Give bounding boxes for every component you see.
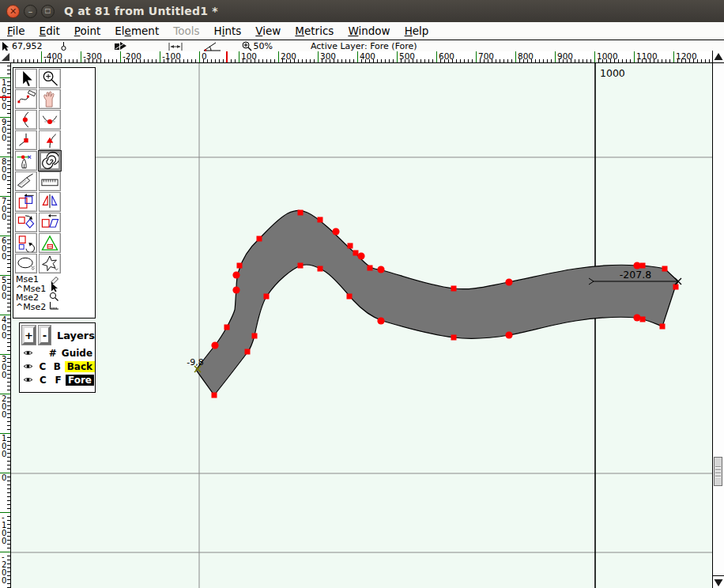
glyph-point-circle[interactable] <box>377 266 384 273</box>
tool-curve[interactable] <box>15 110 37 130</box>
menu-help[interactable]: Help <box>398 23 436 39</box>
glyph-point-square[interactable] <box>224 325 230 330</box>
glyph-point-square[interactable] <box>264 294 270 300</box>
maximize-button[interactable]: □ <box>41 5 55 18</box>
tool-hand[interactable] <box>39 89 61 109</box>
tool-ellipse[interactable] <box>15 254 37 273</box>
glyph-point-circle[interactable] <box>505 331 512 338</box>
glyph-point-square[interactable] <box>298 210 304 216</box>
glyph-point-square[interactable] <box>318 217 323 223</box>
tool-flip[interactable] <box>39 192 61 212</box>
glyph-point-square[interactable] <box>662 266 668 272</box>
tool-corner[interactable] <box>15 130 37 150</box>
layer-visibility-toggle[interactable] <box>23 348 34 359</box>
tool-scale[interactable] <box>15 192 37 212</box>
tool-ruler[interactable] <box>39 172 61 191</box>
scrollbar-track[interactable] <box>713 63 724 575</box>
glyph-outline[interactable] <box>196 210 678 395</box>
add-layer-button[interactable]: + <box>22 326 36 345</box>
ruler-tick <box>7 85 10 86</box>
tool-spiro[interactable] <box>39 151 61 171</box>
glyph-point-square[interactable] <box>245 349 251 355</box>
ruler-label: 700 <box>478 51 494 61</box>
tool-pointer[interactable] <box>15 69 37 89</box>
tool-skew[interactable] <box>39 213 61 232</box>
glyph-point-square[interactable] <box>298 263 304 269</box>
layer-visibility-toggle[interactable] <box>23 361 36 372</box>
glyph-point-square[interactable] <box>318 266 323 272</box>
ruler-label: -200 <box>2 553 6 585</box>
glyph-point-square[interactable] <box>451 286 457 292</box>
layer-name[interactable]: Back <box>65 361 95 372</box>
menu-metrics[interactable]: Metrics <box>288 23 341 39</box>
ruler-tick <box>7 322 10 323</box>
ruler-label: -100 <box>162 51 181 61</box>
glyph-point-square[interactable] <box>660 324 666 330</box>
ruler-tick <box>302 59 303 62</box>
glyph-point-square[interactable] <box>347 294 353 300</box>
tool-hvcurve[interactable] <box>39 110 61 130</box>
selection-info-icon <box>115 42 127 51</box>
glyph-point-square[interactable] <box>368 266 373 271</box>
ruler-tick <box>7 453 10 454</box>
scrollbar-thumb[interactable] <box>714 457 722 486</box>
menu-edit[interactable]: Edit <box>32 23 67 39</box>
tool-tangent[interactable] <box>39 130 61 150</box>
ruler-tick <box>630 59 631 62</box>
scroll-up-button[interactable] <box>713 51 724 63</box>
ruler-label: 500 <box>399 51 415 61</box>
tool-rotate3d[interactable] <box>15 233 37 253</box>
glyph-point-circle[interactable] <box>211 341 218 349</box>
layer-row-back[interactable]: CBBack <box>20 360 95 373</box>
menu-view[interactable]: View <box>248 23 288 39</box>
remove-layer-button[interactable]: - <box>39 326 51 345</box>
glyph-point-circle[interactable] <box>357 252 364 259</box>
menu-hints[interactable]: Hints <box>206 23 248 39</box>
layer-row-fore[interactable]: CFFore <box>20 373 95 386</box>
glyph-point-square[interactable] <box>212 393 217 398</box>
menu-tools[interactable]: Tools <box>166 23 206 39</box>
glyph-point-square[interactable] <box>451 335 457 341</box>
menu-window[interactable]: Window <box>341 23 397 39</box>
ruler-tick <box>7 417 10 418</box>
glyph-point-square[interactable] <box>353 251 359 256</box>
glyph-point-circle[interactable] <box>232 286 239 293</box>
tool-pen[interactable] <box>15 151 37 171</box>
menu-element[interactable]: Element <box>107 23 166 39</box>
layer-visibility-toggle[interactable] <box>23 375 36 386</box>
layer-name[interactable]: Fore <box>66 375 94 386</box>
ruler-tick <box>7 350 10 351</box>
glyph-point-circle[interactable] <box>377 317 384 324</box>
menu-file[interactable]: File <box>0 23 32 39</box>
glyph-point-circle[interactable] <box>332 228 339 235</box>
tool-magnify[interactable] <box>39 69 61 89</box>
tool-star[interactable] <box>39 254 61 273</box>
glyph-point-square[interactable] <box>673 285 679 290</box>
vertical-ruler[interactable]: 10009008007006005004003002001000-100-200 <box>0 63 11 588</box>
ruler-tick <box>7 504 10 505</box>
glyph-canvas[interactable]: 1000-207.8-9,8 <box>11 63 712 588</box>
magnify-icon <box>40 70 60 88</box>
menu-point[interactable]: Point <box>67 23 108 39</box>
tool-knife[interactable] <box>15 172 37 191</box>
glyph-point-square[interactable] <box>252 334 258 339</box>
glyph-point-square[interactable] <box>348 243 353 249</box>
tool-perspective[interactable] <box>39 233 61 253</box>
ruler-label: 200 <box>2 395 6 419</box>
glyph-point-circle[interactable] <box>232 271 239 278</box>
glyph-point-circle[interactable] <box>505 278 512 285</box>
ruler-label: 300 <box>2 356 6 379</box>
minimize-button[interactable]: – <box>24 5 37 18</box>
tool-freehand[interactable] <box>15 89 37 109</box>
layer-row-guide[interactable]: #Guide <box>20 346 95 360</box>
glyph-point-circle[interactable] <box>633 314 640 321</box>
glyph-point-square[interactable] <box>257 236 262 242</box>
layer-name[interactable]: Guide <box>59 348 95 359</box>
tool-rotate[interactable] <box>15 213 37 232</box>
glyph-point-square[interactable] <box>237 263 243 269</box>
scroll-down-button[interactable] <box>713 575 724 588</box>
tangent-icon <box>40 131 60 149</box>
horizontal-ruler[interactable]: -400-300-200-100010020030040050060070080… <box>11 51 712 63</box>
advance-width-label: 1000 <box>600 67 625 79</box>
close-button[interactable]: ✕ <box>6 5 20 18</box>
